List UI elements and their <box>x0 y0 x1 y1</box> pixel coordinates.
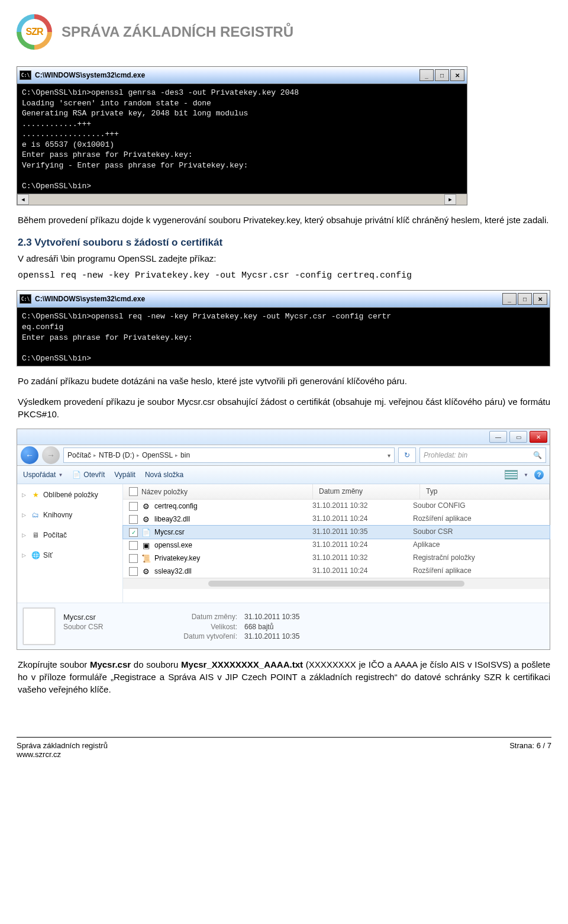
details-filename: Mycsr.csr <box>63 613 146 622</box>
expand-icon[interactable]: ▷ <box>22 552 28 558</box>
file-row[interactable]: 📜Privatekey.key31.10.2011 10:32Registrač… <box>123 552 550 565</box>
sidebar-item-network[interactable]: ▷ 🌐 Síť <box>20 548 120 562</box>
filename-bold: Mycsr_XXXXXXXX_AAAA.txt <box>181 659 303 669</box>
file-name: Privatekey.key <box>154 554 200 562</box>
breadcrumb-item[interactable]: Počítač <box>67 451 91 459</box>
maximize-button[interactable]: □ <box>435 69 449 81</box>
network-icon: 🌐 <box>31 551 40 559</box>
file-date: 31.10.2011 10:24 <box>306 540 407 550</box>
file-row[interactable]: ⚙certreq.config31.10.2011 10:32Soubor CO… <box>123 500 550 513</box>
sidebar-item-favorites[interactable]: ▷ ★ Oblíbené položky <box>20 488 120 502</box>
cmd-output: C:\OpenSSL\bin>openssl req -new -key Pri… <box>17 308 550 366</box>
file-icon: 📄 <box>141 527 151 537</box>
sidebar-item-libraries[interactable]: ▷ 🗂 Knihovny <box>20 508 120 522</box>
expand-icon[interactable]: ▷ <box>22 532 28 538</box>
maximize-button[interactable]: ▭ <box>509 431 527 443</box>
file-row[interactable]: ⚙libeay32.dll31.10.2011 10:24Rozšíření a… <box>123 513 550 526</box>
explorer-window: ― ▭ ✕ ← → Počítač ▸ NTB-D (D:) ▸ OpenSSL… <box>17 429 550 650</box>
file-row[interactable]: ✓📄Mycsr.csr31.10.2011 10:35Soubor CSR <box>122 525 550 539</box>
explorer-address-bar: ← → Počítač ▸ NTB-D (D:) ▸ OpenSSL ▸ bin… <box>17 445 550 466</box>
file-type: Soubor CONFIG <box>407 501 550 511</box>
burn-button[interactable]: Vypálit <box>114 471 135 479</box>
cmd-horizontal-scrollbar[interactable]: ◄ ► <box>17 194 467 205</box>
close-button[interactable]: ✕ <box>530 431 547 443</box>
resize-grip-icon[interactable] <box>456 194 467 205</box>
view-options-icon[interactable] <box>505 470 518 479</box>
close-button[interactable]: ✕ <box>533 293 547 305</box>
row-checkbox[interactable] <box>129 554 138 563</box>
file-icon: ⚙ <box>141 514 151 524</box>
sidebar-label: Síť <box>43 551 53 559</box>
breadcrumb-item[interactable]: OpenSSL <box>142 451 173 459</box>
row-checkbox[interactable] <box>129 567 138 576</box>
explorer-file-list: Název položky Datum změny Typ ⚙certreq.c… <box>123 484 550 603</box>
nav-back-button[interactable]: ← <box>21 446 38 464</box>
breadcrumb[interactable]: Počítač ▸ NTB-D (D:) ▸ OpenSSL ▸ bin ▾ <box>63 447 395 463</box>
row-checkbox[interactable]: ✓ <box>129 528 138 537</box>
search-icon[interactable]: 🔍 <box>533 451 542 459</box>
file-row[interactable]: ▣openssl.exe31.10.2011 10:24Aplikace <box>123 539 550 552</box>
refresh-button[interactable]: ↻ <box>398 447 416 463</box>
horizontal-scrollbar[interactable] <box>123 578 550 589</box>
row-checkbox[interactable] <box>129 541 138 550</box>
open-button[interactable]: 📄 Otevřít <box>72 471 105 479</box>
file-name: Mycsr.csr <box>154 528 185 536</box>
chevron-down-icon[interactable]: ▾ <box>388 452 390 459</box>
column-header-type[interactable]: Typ <box>420 484 550 499</box>
close-button[interactable]: ✕ <box>450 69 464 81</box>
file-type: Registrační položky <box>407 553 550 563</box>
organize-button[interactable]: Uspořádat ▼ <box>23 471 63 479</box>
column-header-date[interactable]: Datum změny <box>313 484 420 499</box>
logo-icon: SZR <box>17 14 52 50</box>
footer-page-number: Strana: 6 / 7 <box>509 741 551 759</box>
file-date: 31.10.2011 10:24 <box>306 566 407 576</box>
file-row[interactable]: ⚙ssleay32.dll31.10.2011 10:24Rozšíření a… <box>123 565 550 578</box>
cmd-title: C:\WINDOWS\system32\cmd.exe <box>35 71 145 79</box>
sidebar-label: Oblíbené položky <box>43 491 98 499</box>
column-header-name[interactable]: Název položky <box>123 484 313 499</box>
minimize-button[interactable]: _ <box>419 69 434 81</box>
explorer-titlebar: ― ▭ ✕ <box>17 429 550 445</box>
chevron-down-icon[interactable]: ▼ <box>524 472 528 478</box>
chevron-right-icon: ▸ <box>175 452 178 458</box>
chevron-down-icon: ▼ <box>58 472 63 478</box>
scroll-thumb[interactable] <box>208 581 464 587</box>
row-checkbox[interactable] <box>129 502 138 511</box>
newfolder-label: Nová složka <box>145 471 183 479</box>
file-icon: 📜 <box>141 553 151 563</box>
file-icon: 📄 <box>72 471 81 479</box>
file-date: 31.10.2011 10:32 <box>306 553 407 563</box>
search-input[interactable]: Prohledat: bin 🔍 <box>419 447 546 463</box>
maximize-button[interactable]: □ <box>518 293 532 305</box>
sidebar-item-computer[interactable]: ▷ 🖥 Počítač <box>20 528 120 542</box>
minimize-button[interactable]: _ <box>502 293 517 305</box>
row-checkbox[interactable] <box>129 515 138 524</box>
breadcrumb-item[interactable]: NTB-D (D:) <box>99 451 134 459</box>
details-filetype: Soubor CSR <box>63 623 146 631</box>
paragraph-adresar: V adresáři \bin programu OpenSSL zadejte… <box>18 252 550 265</box>
scroll-right-icon[interactable]: ► <box>444 194 456 205</box>
scroll-left-icon[interactable]: ◄ <box>17 194 29 205</box>
new-folder-button[interactable]: Nová složka <box>145 471 183 479</box>
details-size-value: 668 bajtů <box>244 623 299 631</box>
column-headers: Název položky Datum změny Typ <box>123 484 550 500</box>
paragraph-generate-key: Během provedení příkazu dojde k vygenero… <box>18 214 550 226</box>
page-footer: Správa základních registrů www.szrcr.cz … <box>17 741 551 759</box>
column-label: Název položky <box>141 488 188 496</box>
cmd-titlebar: C:\ C:\WINDOWS\system32\cmd.exe _ □ ✕ <box>17 291 550 308</box>
star-icon: ★ <box>31 491 40 499</box>
text-run: Zkopírujte soubor <box>18 659 90 669</box>
search-placeholder: Prohledat: bin <box>424 451 467 459</box>
file-thumbnail-icon <box>23 608 55 645</box>
breadcrumb-item[interactable]: bin <box>180 451 190 459</box>
expand-icon[interactable]: ▷ <box>22 492 28 498</box>
nav-forward-button[interactable]: → <box>42 446 60 464</box>
help-icon[interactable]: ? <box>534 470 544 479</box>
sidebar-label: Počítač <box>43 531 67 539</box>
select-all-checkbox[interactable] <box>129 487 138 496</box>
details-created-value: 31.10.2011 10:35 <box>244 632 299 640</box>
open-label: Otevřít <box>83 471 105 479</box>
file-icon: ⚙ <box>141 566 151 576</box>
expand-icon[interactable]: ▷ <box>22 512 28 518</box>
minimize-button[interactable]: ― <box>489 431 507 443</box>
